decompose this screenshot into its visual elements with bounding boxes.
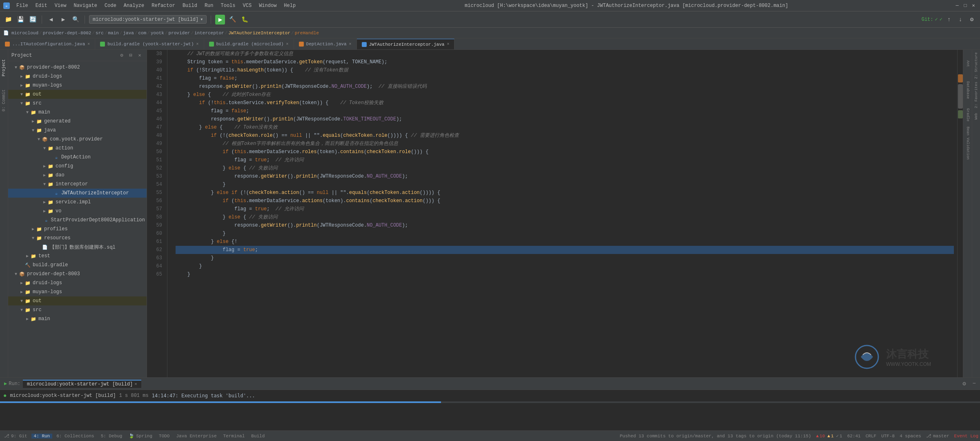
status-git[interactable]: ⎇ 9: Git xyxy=(2,433,30,439)
tree-druid-logs[interactable]: ▶ 📁 druid-logs xyxy=(8,72,147,81)
code-line-53[interactable]: response.getWriter().println(JWTResponse… xyxy=(176,172,954,180)
tree-serviceimpl-folder[interactable]: ▶ 📁 service.impl xyxy=(8,198,147,207)
tree-test-folder[interactable]: ▶ 📁 test xyxy=(8,252,147,261)
debug-button[interactable]: 🐛 xyxy=(240,15,249,24)
save-button[interactable]: 💾 xyxy=(16,15,25,24)
code-line-38[interactable]: // JWT的数据可能来自于多个参数取有定义信息 xyxy=(176,50,954,58)
tab-close-deptaction[interactable]: × xyxy=(349,42,352,47)
tab-close-build-microcloud[interactable]: × xyxy=(286,42,289,47)
tree-deptaction-class[interactable]: ☕ DeptAction xyxy=(8,153,147,162)
code-line-62[interactable]: flag = true; xyxy=(176,246,954,254)
menu-refactor[interactable]: Refactor xyxy=(148,2,178,9)
git-check-1[interactable]: ✓ xyxy=(935,16,938,22)
breadcrumb-class[interactable]: JWTAuthorizeInterceptor xyxy=(228,31,290,36)
search-button[interactable]: 🔍 xyxy=(71,15,80,24)
breadcrumb-interceptor[interactable]: interceptor xyxy=(194,31,224,36)
bottom-tab-run-active[interactable]: microcloud:yootk-starter-jwt [build] × xyxy=(23,380,141,388)
tab-build-microcloud[interactable]: build.gradle (microcloud) × xyxy=(204,39,294,49)
tree-out-8002[interactable]: ▼ 📁 out xyxy=(8,90,147,99)
status-branch-area[interactable]: ⎇ master xyxy=(926,433,949,439)
status-errors[interactable]: ▲ 10 ▲ 1 ✓ 1 xyxy=(816,433,842,439)
tree-build-gradle-8002[interactable]: 🔨 build.gradle xyxy=(8,261,147,270)
breadcrumb-provider[interactable]: provider xyxy=(169,31,190,36)
code-line-63[interactable]: } xyxy=(176,254,954,262)
file-open-button[interactable]: 📁 xyxy=(3,15,13,24)
status-debug[interactable]: 5: Debug xyxy=(98,434,125,439)
project-tab[interactable]: Project xyxy=(2,51,6,84)
menu-window[interactable]: Window xyxy=(256,2,280,9)
tab-deptaction[interactable]: DeptAction.java × xyxy=(294,39,357,49)
menu-view[interactable]: View xyxy=(51,2,70,9)
panel-collapse-icon[interactable]: ⊟ xyxy=(127,52,134,59)
status-position[interactable]: 62:41 xyxy=(847,434,861,439)
code-editor[interactable]: // JWT的数据可能来自于多个参数取有定义信息 String token = … xyxy=(172,50,957,377)
code-line-56[interactable]: if (this.memberDataService.actions(token… xyxy=(176,197,954,205)
tree-muyan-logs-8003[interactable]: ▶ 📁 muyan-logs xyxy=(8,287,147,296)
tree-sql-script[interactable]: 📄 【部门】数据库创建脚本.sql xyxy=(8,243,147,252)
tab-build-yootk[interactable]: build.gradle (yootk-starter-jwt) × xyxy=(95,39,204,49)
web-tab[interactable]: Web xyxy=(974,110,978,122)
tree-main-8002[interactable]: ▼ 📁 main xyxy=(8,108,147,117)
menu-navigate[interactable]: Navigate xyxy=(70,2,100,9)
status-spring[interactable]: 🍃 Spring xyxy=(126,433,155,439)
tab-jwtinterceptor[interactable]: JWTAuthorizeInterceptor.java × xyxy=(357,39,455,49)
code-line-60[interactable]: } xyxy=(176,229,954,238)
tree-src-8003[interactable]: ▼ 📁 src xyxy=(8,305,147,314)
menu-code[interactable]: Code xyxy=(101,2,120,9)
tree-dao-folder[interactable]: ▶ 📁 dao xyxy=(8,171,147,180)
menu-bar[interactable]: File Edit View Navigate Code Analyze Ref… xyxy=(13,2,299,9)
database-tab[interactable]: Database xyxy=(966,76,970,105)
code-line-50[interactable]: if (this.memberDataService.roles(token).… xyxy=(176,148,954,156)
scrollbar[interactable] xyxy=(957,50,963,377)
tree-src-8002[interactable]: ▼ 📁 src xyxy=(8,99,147,108)
structure-tab[interactable]: Z: Structure xyxy=(974,51,978,80)
tree-profiles-folder[interactable]: ▶ 📁 profiles xyxy=(8,225,147,234)
scrollbar-thumb[interactable] xyxy=(958,84,963,109)
tree-vo-folder[interactable]: ▶ 📁 vo xyxy=(8,207,147,216)
menu-build[interactable]: Build xyxy=(179,2,200,9)
git-pull-button[interactable]: ↓ xyxy=(956,15,965,24)
close-button[interactable]: ✕ xyxy=(970,2,977,9)
settings-gear-icon[interactable]: ⚙ xyxy=(118,52,125,59)
maximize-button[interactable]: □ xyxy=(962,2,969,9)
tree-interceptor-folder[interactable]: ▼ 📁 interceptor xyxy=(8,180,147,189)
status-terminal[interactable]: Terminal xyxy=(221,434,247,439)
status-build[interactable]: Build xyxy=(249,434,267,439)
code-line-40[interactable]: if (!StringUtils.hasLength(token)) { // … xyxy=(176,66,954,74)
menu-tools[interactable]: Tools xyxy=(218,2,239,9)
menu-edit[interactable]: Edit xyxy=(32,2,51,9)
panel-close-icon[interactable]: ✕ xyxy=(136,52,143,59)
code-line-41[interactable]: flag = false; xyxy=(176,74,954,82)
status-encoding[interactable]: UTF-8 xyxy=(881,434,895,439)
bottom-close-icon[interactable]: − xyxy=(970,380,978,387)
ant-tab[interactable]: Ant xyxy=(966,51,970,76)
tree-action-folder[interactable]: ▼ 📁 action xyxy=(8,144,147,153)
menu-run[interactable]: Run xyxy=(201,2,217,9)
tab-close-jwtinterceptor[interactable]: × xyxy=(447,42,449,47)
build-button[interactable]: 🔨 xyxy=(227,15,237,24)
bottom-settings-icon[interactable]: ⚙ xyxy=(960,380,968,387)
breadcrumb-main[interactable]: main xyxy=(108,31,118,36)
breadcrumb-module[interactable]: provider-dept-8002 xyxy=(43,31,91,36)
tree-druid-logs-8003[interactable]: ▶ 📁 druid-logs xyxy=(8,278,147,287)
code-line-52[interactable]: } else { // 失败访问 xyxy=(176,164,954,172)
code-line-43[interactable]: } else { // 此时的Token存在 xyxy=(176,91,954,99)
git-check-2[interactable]: ✓ xyxy=(940,16,942,22)
tree-generated[interactable]: ▶ 📁 generated xyxy=(8,117,147,126)
forward-button[interactable]: ▶ xyxy=(58,15,68,24)
code-line-55[interactable]: } else if (!(checkToken.action() == null… xyxy=(176,189,954,197)
breadcrumb-yootk[interactable]: yootk xyxy=(151,31,164,36)
code-line-42[interactable]: response.getWriter().println(JWTResponse… xyxy=(176,82,954,91)
code-line-64[interactable]: } xyxy=(176,262,954,270)
tab-close-build-yootk[interactable]: × xyxy=(196,42,198,47)
code-line-54[interactable]: } xyxy=(176,180,954,189)
settings-button[interactable]: ⚙ xyxy=(967,15,977,24)
code-line-59[interactable]: response.getWriter().println(JWTResponse… xyxy=(176,221,954,229)
tree-startapp-class[interactable]: ☕ StartProviderDept8002Application xyxy=(8,216,147,225)
code-line-45[interactable]: flag = false; xyxy=(176,107,954,115)
sync-button[interactable]: 🔄 xyxy=(28,15,38,24)
tree-resources-folder[interactable]: ▼ 📁 resources xyxy=(8,234,147,243)
bean-validation-tab[interactable]: Bean Validation xyxy=(966,125,970,162)
menu-vcs[interactable]: VCS xyxy=(240,2,255,9)
git-push-button[interactable]: ↑ xyxy=(944,15,954,24)
